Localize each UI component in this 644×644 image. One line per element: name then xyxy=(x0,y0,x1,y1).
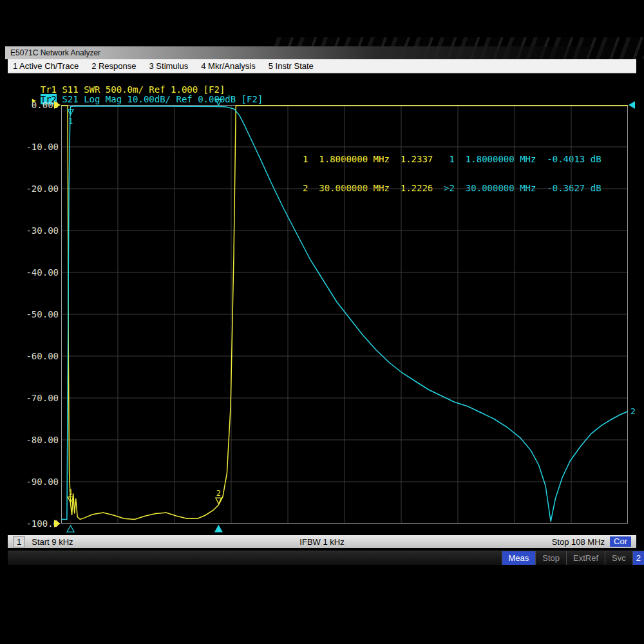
analyzer-screen: Tr1 S11 SWR 500.0m/ Ref 1.000 [F2] ▶Tr2 … xyxy=(8,73,636,535)
window-title-bar[interactable]: E5071C Network Analyzer xyxy=(5,46,644,59)
extref-indicator: ExtRef xyxy=(566,551,605,565)
marker-1-number: 1 xyxy=(68,488,73,497)
stimulus-marker-icon xyxy=(215,526,222,532)
y-axis-label: -10.00 xyxy=(9,142,59,152)
menu-response[interactable]: 2 Response xyxy=(91,61,136,71)
y-axis-label: -30.00 xyxy=(9,225,59,236)
service-indicator: Svc xyxy=(605,551,632,565)
start-frequency-label: Start 9 kHz xyxy=(32,537,73,547)
trace2-status-line[interactable]: ▶Tr2 S21 Log Mag 10.00dB/ Ref 0.000dB [F… xyxy=(10,86,263,95)
y-axis-label: -80.00 xyxy=(9,435,59,445)
correction-status-badge: Cor xyxy=(610,536,631,547)
window-title: E5071C Network Analyzer xyxy=(10,48,100,57)
menu-stimulus[interactable]: 3 Stimulus xyxy=(149,61,189,71)
marker-1-number: 1 xyxy=(68,117,73,126)
channel-number-box: 1 xyxy=(13,536,25,547)
tr2-ref-arrow-icon xyxy=(629,101,635,109)
menu-bar: 1 Active Ch/Trace 2 Response 3 Stimulus … xyxy=(8,59,636,73)
y-axis-label: -60.00 xyxy=(9,351,59,361)
ifbw-label: IFBW 1 kHz xyxy=(8,537,636,547)
trace2-descriptor: S21 Log Mag 10.00dB/ Ref 0.000dB [F2] xyxy=(57,94,263,104)
marker-2-number: 2 xyxy=(216,489,221,498)
trace2-end-label: 2 xyxy=(630,406,636,416)
menu-instr-state[interactable]: 5 Instr State xyxy=(269,61,314,71)
stimulus-marker-icon xyxy=(67,526,74,532)
stop-indicator: Stop xyxy=(535,551,566,565)
channel-badge: 2 xyxy=(632,551,644,565)
graticule-area: 1212 xyxy=(61,105,628,524)
y-axis-label: -20.00 xyxy=(9,184,59,194)
stop-frequency-label: Stop 108 MHz xyxy=(552,537,605,547)
y-axis-label: -50.00 xyxy=(9,309,59,319)
sweep-mode-indicator[interactable]: Meas xyxy=(502,551,536,565)
y-axis-label: -70.00 xyxy=(9,393,59,403)
y-axis-label: -100.0 xyxy=(9,518,59,529)
sweep-status-bar: 1 Start 9 kHz IFBW 1 kHz Stop 108 MHz Co… xyxy=(8,535,636,548)
y-axis-label: 0.000 xyxy=(9,100,59,110)
menu-mkr-analysis[interactable]: 4 Mkr/Analysis xyxy=(201,61,256,71)
instrument-status-bar: Meas Stop ExtRef Svc 2 xyxy=(8,551,644,565)
menu-active-ch-trace[interactable]: 1 Active Ch/Trace xyxy=(13,61,79,71)
graticule-chart: 1212 xyxy=(61,105,628,524)
y-axis-label: -40.00 xyxy=(9,267,59,278)
y-axis-label: -90.00 xyxy=(9,477,59,487)
trace1-status-line[interactable]: Tr1 S11 SWR 500.0m/ Ref 1.000 [F2] xyxy=(10,76,225,85)
